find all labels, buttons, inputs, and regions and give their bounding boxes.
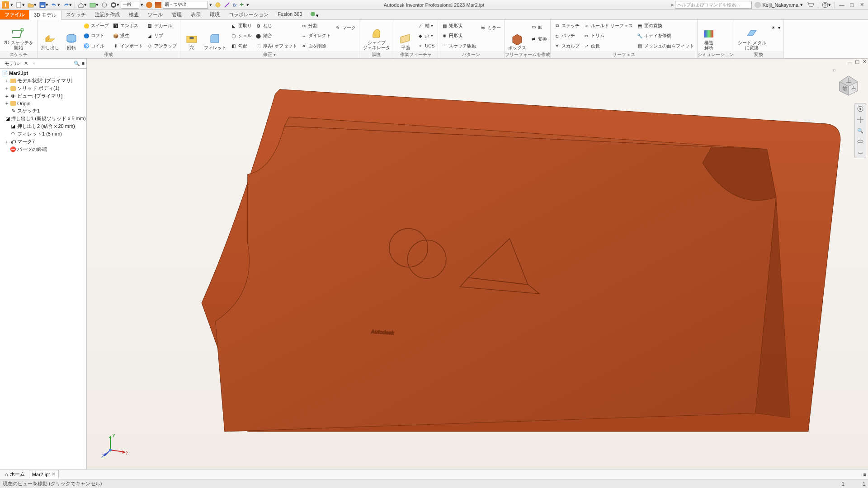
param-icon[interactable] (213, 2, 222, 8)
convert-more-button[interactable]: ☀▾ (769, 25, 782, 31)
select-icon[interactable]: ▾ (109, 2, 121, 8)
fx-icon[interactable]: fx (231, 2, 238, 8)
qat-new-icon[interactable]: ▾ (9, 2, 14, 8)
tree-node[interactable]: + ソリッド ボディ(1) (1, 84, 85, 92)
material-combo[interactable]: 鋼 - つや出 (163, 1, 208, 9)
browser-tab-model[interactable]: モデル (2, 59, 22, 68)
qat-dd1[interactable]: ▾ (139, 2, 145, 8)
home-icon[interactable]: ▾ (76, 2, 88, 8)
restore-button[interactable]: ▢ (847, 2, 856, 8)
face-button[interactable]: ▭面 (529, 24, 548, 30)
expand-icon[interactable]: + (5, 139, 9, 145)
fillet-button[interactable]: フィレット (202, 21, 228, 51)
qat-dd2[interactable]: ▾ (208, 2, 213, 8)
tab-extra-icon[interactable]: ▾ (310, 11, 319, 19)
mirror-button[interactable]: ⇋ミラー (478, 25, 502, 31)
material-swatch[interactable] (145, 2, 154, 8)
tab-inspect[interactable]: 検査 (124, 10, 143, 19)
sketch-driven-button[interactable]: ⋯スケッチ駆動 (440, 43, 477, 49)
combine-button[interactable]: ⬤結合 (254, 33, 299, 39)
tree-root[interactable]: 📄 Mar2.ipt (1, 70, 85, 77)
chamfer-button[interactable]: ◣面取り (229, 23, 253, 29)
convert-button[interactable]: ⇄変換 (529, 36, 548, 42)
doctab-close-icon[interactable]: ✕ (52, 471, 56, 477)
decal-button[interactable]: 🖼デカール (145, 23, 178, 29)
undo-icon[interactable]: ▾ (50, 2, 61, 8)
trim-button[interactable]: ✂トリム (582, 33, 634, 39)
ucs-button[interactable]: ⌖UCS (416, 43, 436, 49)
mark-button[interactable]: ✎マーク (333, 25, 357, 31)
extrude-button[interactable]: 押し出し (39, 21, 61, 51)
cart-icon[interactable] (806, 2, 816, 8)
new-icon[interactable]: ▾ (14, 2, 26, 8)
shape-generator-button[interactable]: シェイプ ジェネレータ (361, 21, 392, 51)
point-button[interactable]: ◆点 ▾ (416, 33, 436, 39)
bodyrepair-button[interactable]: 🔧ボディを修復 (635, 33, 695, 39)
revolve-button[interactable]: 回転 (62, 21, 81, 51)
save-icon[interactable]: ▾ (38, 2, 50, 8)
tree-node[interactable]: + モデル状態: [プライマリ] (1, 77, 85, 84)
axis-button[interactable]: ∕軸 ▾ (416, 23, 436, 29)
selection-filter-combo[interactable]: 一般 (121, 1, 139, 9)
viewport[interactable]: — ▢ ✕ ⌂ 上 前 右 🔍 ▭ (87, 59, 868, 469)
browser-tab-add[interactable]: + (30, 60, 38, 67)
update-icon[interactable] (100, 2, 109, 8)
replaceface-button[interactable]: ⬒面の置換 (635, 23, 695, 29)
sheetmetal-button[interactable]: シート メタル に変換 (736, 21, 768, 51)
tree-node[interactable]: + 👁 ビュー: [プライマリ] (1, 92, 85, 100)
emboss-button[interactable]: 🅰エンボス (111, 23, 144, 29)
expand-icon[interactable]: + (5, 101, 9, 106)
expand-icon[interactable]: + (5, 94, 9, 99)
plane-button[interactable]: 平面 (396, 21, 415, 51)
tree-node[interactable]: + Origin (1, 100, 85, 107)
unwrap-button[interactable]: ◇アンラップ (145, 43, 178, 49)
derive-button[interactable]: 📦派生 (111, 33, 144, 39)
tree-node[interactable]: ✎ スケッチ1 (1, 107, 85, 115)
direct-button[interactable]: ↔ダイレクト (299, 33, 332, 39)
rib-button[interactable]: ◢リブ (145, 33, 178, 39)
project-icon[interactable]: ▾ (88, 2, 100, 8)
tree-node[interactable]: + 🏷 マーク7 (1, 138, 85, 145)
draft-button[interactable]: ◧勾配 (229, 43, 253, 49)
tab-annotate[interactable]: 注記を作成 (90, 10, 124, 19)
coil-button[interactable]: 🌀コイル (82, 43, 110, 49)
measure-icon[interactable] (222, 2, 231, 8)
ruled-button[interactable]: ≋ルールド サーフェス (582, 23, 634, 29)
stress-button[interactable]: 構造 解析 (699, 21, 718, 51)
shell-button[interactable]: ▢シェル (229, 33, 253, 39)
tab-sketch[interactable]: スケッチ (61, 10, 90, 19)
open-icon[interactable]: ▾ (26, 2, 38, 8)
close-button[interactable]: ✕ (857, 2, 866, 8)
tab-tools[interactable]: ツール (143, 10, 167, 19)
doctab-current[interactable]: Mar2.ipt ✕ (29, 470, 59, 479)
expand-icon[interactable]: + (5, 78, 9, 84)
tree-node[interactable]: ◪ 押し出し1 (新規ソリッド x 5 mm) (1, 115, 85, 122)
thicken-button[interactable]: ⬚厚み/ オフセット (254, 43, 299, 49)
tab-file[interactable]: ファイル (0, 10, 29, 19)
loft-button[interactable]: 🔵ロフト (82, 33, 110, 39)
app-logo[interactable]: I (2, 1, 9, 9)
tab-view[interactable]: 表示 (186, 10, 205, 19)
browser-search-icon[interactable]: 🔍 (74, 61, 80, 66)
thread-button[interactable]: ⚙ねじ (254, 23, 299, 29)
tree-node[interactable]: ⛔ パーツの終端 (1, 145, 85, 153)
tab-fusion[interactable]: Fusion 360 (273, 10, 307, 19)
doctab-menu-icon[interactable]: ≡ (863, 472, 866, 477)
import-button[interactable]: ⬆インポート (111, 43, 144, 49)
tree-node[interactable]: ◠ フィレット1 (5 mm) (1, 130, 85, 138)
circ-pattern-button[interactable]: ✺円形状 (440, 33, 477, 39)
tree-node[interactable]: ◪ 押し出し2 (結合 x 20 mm) (1, 122, 85, 130)
patch-button[interactable]: ◘パッチ (552, 33, 581, 39)
user-menu[interactable]: Keiji_Nakayama▾ (753, 2, 805, 8)
hole-button[interactable]: 穴 (182, 21, 201, 51)
extend-button[interactable]: ↗延長 (582, 43, 634, 49)
start-2d-sketch-button[interactable]: + 2D スケッチを 開始 (2, 21, 35, 51)
redo-icon[interactable]: ▾ (61, 2, 73, 8)
qat-more-icon[interactable]: ▾ (245, 2, 250, 8)
tab-environ[interactable]: 環境 (205, 10, 224, 19)
deleteface-button[interactable]: ✕面を削除 (299, 43, 332, 49)
sculpt-button[interactable]: ✦スカルプ (552, 43, 581, 49)
split-button[interactable]: ✂分割 (299, 23, 332, 29)
browser-tab-close[interactable]: ✕ (24, 61, 28, 66)
qat-add-icon[interactable]: ✚ (238, 2, 245, 8)
